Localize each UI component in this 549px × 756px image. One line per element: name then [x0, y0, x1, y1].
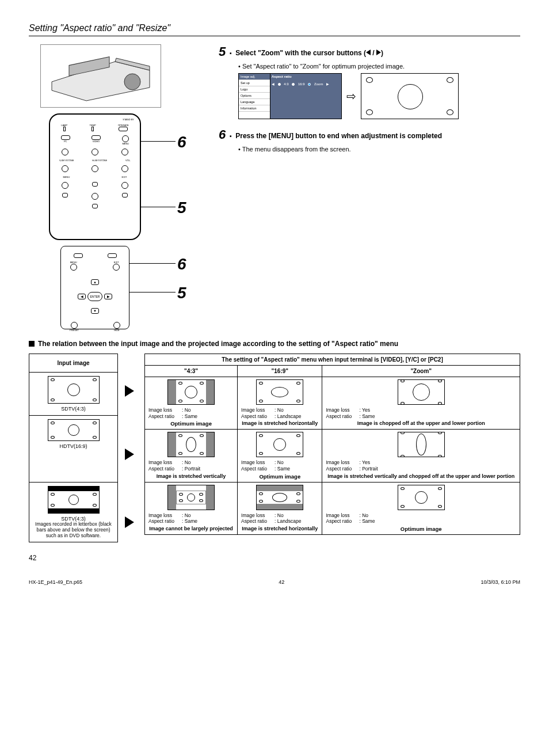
osd-menu-figure: Image adj. Set up Logo Options Language … — [238, 73, 342, 119]
projector-control-panel: STAND BY LAMP TEMP OPERATE PC VIDEO MENU… — [49, 113, 141, 240]
col-zoom: "Zoom" — [322, 366, 520, 377]
table-header-top: The setting of "Aspect ratio" menu when … — [145, 354, 520, 366]
arrow-icon — [125, 385, 134, 397]
callout-5a: 5 — [177, 199, 186, 217]
triangle-right-icon — [376, 50, 381, 55]
callout-6a: 6 — [177, 133, 186, 151]
page-number: 42 — [29, 554, 520, 562]
step-5-title: Select "Zoom" with the cursor buttons ( … — [235, 44, 383, 57]
step-5-bullet: Set "Aspect ratio" to "Zoom" for optimum… — [238, 63, 520, 70]
square-bullet-icon — [29, 341, 35, 347]
table-row: Image loss: NoAspect ratio: Same Optimum… — [145, 377, 520, 430]
footer-page: 42 — [279, 579, 284, 585]
step-6-number: 6 — [219, 127, 226, 142]
table-row: Image loss: NoAspect ratio: Portrait Ima… — [145, 430, 520, 482]
callout-6b: 6 — [177, 255, 186, 273]
arrow-icon — [125, 516, 134, 528]
step-6-title: Press the [MENU] button to end when adju… — [235, 127, 442, 140]
input-image-table: Input image SDTV(4:3) HDTV(16:9) SDTV(4:… — [29, 354, 118, 542]
step-5-number: 5 — [219, 44, 226, 59]
step-6-bullet: The menu disappears from the screen. — [238, 146, 520, 153]
zoom-result-thumb — [361, 73, 459, 119]
col-4-3: "4:3" — [145, 366, 238, 377]
footer-date: 10/3/03, 6:10 PM — [481, 579, 520, 585]
aspect-ratio-table: The setting of "Aspect ratio" menu when … — [144, 354, 520, 535]
triangle-left-icon — [366, 50, 371, 55]
table-row: Image loss: NoAspect ratio: Same Image c… — [145, 482, 520, 534]
relation-heading: The relation between the input image and… — [38, 340, 398, 348]
section-title: Setting "Aspect ratio" and "Resize" — [29, 23, 520, 36]
col-16-9: "16:9" — [238, 366, 322, 377]
input-header: Input image — [29, 354, 118, 373]
svg-point-3 — [124, 74, 140, 90]
callout-5b: 5 — [177, 284, 186, 302]
arrow-right-icon: ⇨ — [346, 89, 356, 103]
arrow-icon — [125, 449, 134, 460]
remote-control-illustration: MENU EXIT ▲ ▼ ◀ ▶ ENTER PRESET HIDE — [60, 246, 129, 329]
footer-file: HX-1E_p41-49_En.p65 — [29, 579, 82, 585]
projector-illustration — [40, 44, 161, 108]
